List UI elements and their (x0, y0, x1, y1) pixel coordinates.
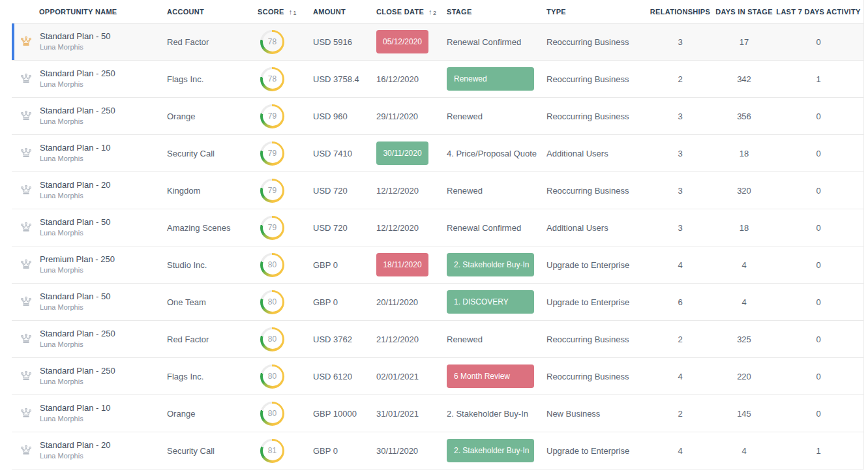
score-gauge: 81 (260, 439, 284, 463)
opportunity-subtitle: Luna Morphis (40, 414, 110, 424)
type-cell: Upgrade to Enterprise (546, 260, 646, 270)
table-row[interactable]: Standard Plan - 20 Luna Morphis Security… (12, 432, 863, 469)
table-row[interactable]: Standard Plan - 250 Luna Morphis Red Fac… (12, 321, 863, 358)
last-7-days-activity-cell: 0 (773, 297, 863, 307)
stage-badge: Renewal Confirmed (447, 37, 521, 47)
table-row[interactable]: Standard Plan - 250 Luna Morphis Orange … (12, 98, 863, 135)
close-date-badge: 02/01/2021 (376, 372, 419, 381)
score-cell: 78 (258, 30, 313, 54)
opportunity-cell: Standard Plan - 50 Luna Morphis (12, 291, 167, 312)
last-7-days-activity-cell: 0 (773, 335, 863, 344)
column-header[interactable]: RELATIONSHIPS (646, 8, 715, 16)
column-header[interactable]: OPPORTUNITY NAME (12, 8, 167, 16)
close-date-cell: 29/11/2020 (376, 112, 447, 121)
table-row[interactable]: Standard Plan - 10 Luna Morphis Security… (12, 135, 863, 172)
opportunity-cell: Standard Plan - 50 Luna Morphis (12, 31, 167, 52)
relationships-cell: 3 (646, 112, 715, 121)
last-7-days-activity-cell: 0 (773, 409, 863, 419)
table-row[interactable]: Premium Plan - 250 Luna Morphis Studio I… (12, 246, 863, 284)
days-in-stage-cell: 342 (715, 74, 773, 84)
table-row[interactable]: Standard Plan - 50 Luna Morphis One Team… (12, 284, 863, 321)
close-date-badge: 18/11/2020 (376, 253, 428, 276)
score-gauge: 80 (260, 402, 284, 426)
score-value: 78 (263, 69, 282, 89)
opportunity-cell: Standard Plan - 10 Luna Morphis (12, 403, 167, 423)
type-cell: Reoccurring Business (546, 335, 646, 344)
score-gauge: 80 (260, 290, 284, 314)
stage-cell: 4. Price/Proposal Quote (447, 149, 546, 158)
stage-cell: Renewed (447, 112, 546, 121)
account-cell: Orange (167, 409, 258, 419)
opportunity-subtitle: Luna Morphis (40, 228, 110, 238)
close-date-cell: 31/01/2021 (376, 409, 447, 419)
last-7-days-activity-cell: 0 (773, 37, 863, 47)
opportunity-text: Standard Plan - 250 Luna Morphis (40, 329, 115, 349)
column-header[interactable]: TYPE (546, 8, 646, 16)
crown-icon (20, 221, 33, 234)
column-header[interactable]: SCORE↑1 (258, 8, 313, 16)
column-header-label: AMOUNT (313, 8, 346, 16)
sort-indicator[interactable]: ↑1 (289, 8, 297, 16)
column-header[interactable]: DAYS IN STAGE (715, 8, 773, 16)
table-body: Standard Plan - 50 Luna Morphis Red Fact… (12, 23, 863, 469)
opportunity-name: Standard Plan - 250 (40, 68, 115, 79)
close-date-cell: 21/12/2020 (376, 335, 447, 344)
score-cell: 80 (258, 327, 313, 351)
table-row[interactable]: Standard Plan - 250 Luna Morphis Flags I… (12, 358, 863, 395)
type-cell: Reoccurring Business (546, 37, 646, 47)
column-header[interactable]: STAGE (447, 8, 546, 16)
table-row[interactable]: Standard Plan - 250 Luna Morphis Flags I… (12, 61, 863, 98)
close-date-badge: 12/12/2020 (376, 186, 419, 196)
score-cell: 79 (258, 179, 313, 203)
opportunity-subtitle: Luna Morphis (40, 191, 110, 201)
opportunity-text: Standard Plan - 250 Luna Morphis (40, 106, 115, 126)
opportunity-subtitle: Luna Morphis (40, 377, 115, 387)
type-cell: Reoccurring Business (546, 74, 646, 84)
column-header-label: ACCOUNT (167, 8, 204, 16)
amount-cell: USD 960 (313, 112, 376, 121)
type-cell: Reoccurring Business (546, 372, 646, 381)
column-header[interactable]: AMOUNT (313, 8, 376, 16)
close-date-cell: 12/12/2020 (376, 223, 447, 233)
days-in-stage-cell: 18 (715, 223, 773, 233)
score-value: 79 (263, 181, 282, 200)
score-gauge: 79 (260, 141, 284, 166)
opportunity-text: Standard Plan - 250 Luna Morphis (40, 68, 115, 89)
table-row[interactable]: Standard Plan - 10 Luna Morphis Orange 8… (12, 395, 863, 432)
relationships-cell: 4 (646, 260, 715, 270)
column-header-label: LAST 7 DAYS ACTIVITY (776, 8, 860, 16)
stage-badge: Renewed (447, 112, 483, 121)
opportunity-subtitle: Luna Morphis (40, 303, 110, 312)
opportunity-cell: Premium Plan - 250 Luna Morphis (12, 254, 167, 275)
opportunity-text: Standard Plan - 20 Luna Morphis (40, 180, 110, 200)
sort-indicator[interactable]: ↑2 (428, 8, 436, 16)
score-gauge: 78 (260, 67, 284, 91)
opportunity-subtitle: Luna Morphis (40, 154, 110, 164)
opportunities-table: OPPORTUNITY NAME ACCOUNT SCORE↑1 AMOUNT … (12, 0, 864, 469)
type-cell: Additional Users (546, 223, 646, 233)
last-7-days-activity-cell: 0 (773, 112, 863, 121)
opportunity-cell: Standard Plan - 250 Luna Morphis (12, 106, 167, 126)
days-in-stage-cell: 325 (715, 335, 773, 344)
days-in-stage-cell: 18 (715, 149, 773, 158)
amount-cell: USD 3758.4 (313, 74, 376, 84)
amount-cell: USD 720 (313, 223, 376, 233)
column-header[interactable]: ACCOUNT (167, 8, 258, 16)
days-in-stage-cell: 4 (715, 297, 773, 307)
column-header[interactable]: LAST 7 DAYS ACTIVITY (773, 8, 863, 16)
close-date-badge: 30/11/2020 (376, 446, 418, 456)
table-row[interactable]: Standard Plan - 20 Luna Morphis Kingdom … (12, 172, 863, 209)
table-row[interactable]: Standard Plan - 50 Luna Morphis Amazing … (12, 209, 863, 246)
stage-cell: Renewal Confirmed (447, 223, 546, 233)
opportunity-subtitle: Luna Morphis (40, 42, 110, 52)
score-gauge: 79 (260, 179, 284, 203)
table-row[interactable]: Standard Plan - 50 Luna Morphis Red Fact… (12, 23, 863, 61)
account-cell: Security Call (167, 446, 258, 456)
opportunity-text: Standard Plan - 250 Luna Morphis (40, 366, 115, 386)
score-cell: 79 (258, 104, 313, 128)
stage-badge: Renewed (447, 67, 534, 91)
opportunity-text: Standard Plan - 50 Luna Morphis (40, 291, 110, 312)
stage-badge: 2. Stakeholder Buy-In (447, 409, 528, 419)
days-in-stage-cell: 145 (715, 409, 773, 419)
column-header[interactable]: CLOSE DATE↑2 (376, 8, 447, 16)
